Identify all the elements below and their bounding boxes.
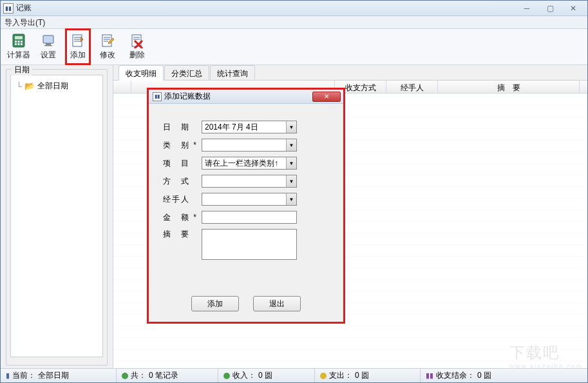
- edit-button[interactable]: 修改: [95, 32, 120, 62]
- handler-label: 经手人: [163, 194, 202, 205]
- project-label: 项 目: [163, 158, 202, 169]
- minimize-button[interactable]: ─: [519, 4, 535, 13]
- menu-import-export[interactable]: 导入导出(T): [5, 18, 45, 27]
- chevron-down-icon[interactable]: ▼: [286, 121, 296, 133]
- maximize-button[interactable]: ▢: [542, 4, 558, 13]
- delete-button[interactable]: 删除: [124, 32, 150, 62]
- col-summary[interactable]: 摘 要: [438, 81, 580, 93]
- tree-item-all-dates[interactable]: └ 📂 全部日期: [15, 79, 99, 93]
- status-count: 共： 0 笔记录: [117, 369, 218, 382]
- edit-icon: [100, 33, 115, 48]
- summary-label: 摘 要: [163, 229, 202, 240]
- status-income: 收入： 0 圆: [218, 369, 315, 382]
- dialog-exit-button[interactable]: 退出: [253, 296, 301, 311]
- calculator-icon: [11, 33, 26, 48]
- project-input[interactable]: [202, 157, 297, 170]
- date-field[interactable]: ▼: [202, 121, 297, 133]
- col-rownum: [113, 81, 131, 93]
- row-amount: 金 额 *: [163, 211, 329, 224]
- svg-rect-10: [44, 45, 52, 46]
- row-summary: 摘 要: [163, 229, 329, 260]
- dialog-body: 日 期 ▼ 类 别 * ▼ 项 目 ▼ 方 式 ▼: [149, 104, 343, 291]
- dot-icon: [223, 373, 230, 379]
- folder-icon: 📂: [24, 81, 35, 91]
- dialog-titlebar: ▮▮ 添加记账数据 ✕: [149, 90, 343, 104]
- close-button[interactable]: ✕: [565, 4, 581, 13]
- date-panel: 日期 └ 📂 全部日期: [6, 69, 108, 366]
- row-method: 方 式 ▼: [163, 175, 329, 188]
- method-field[interactable]: ▼: [202, 175, 297, 188]
- row-date: 日 期 ▼: [163, 121, 329, 133]
- settings-button[interactable]: 设置: [35, 32, 61, 62]
- chevron-down-icon[interactable]: ▼: [286, 157, 296, 169]
- row-category: 类 别 * ▼: [163, 139, 329, 152]
- statusbar: ▮ 当前： 全部日期 共： 0 笔记录 收入： 0 圆 支出： 0 圆 ▮▮ 收…: [1, 368, 587, 382]
- handler-input[interactable]: [202, 193, 297, 206]
- panel-title: 日期: [12, 65, 32, 75]
- window-controls: ─ ▢ ✕: [519, 4, 581, 13]
- svg-rect-1: [15, 36, 23, 39]
- amount-input[interactable]: [202, 211, 297, 224]
- tabs: 收支明细 分类汇总 统计查询: [113, 65, 587, 81]
- row-handler: 经手人 ▼: [163, 193, 329, 206]
- dialog-add-button[interactable]: 添加: [191, 296, 239, 311]
- add-icon: [70, 33, 86, 48]
- svg-rect-9: [46, 43, 51, 45]
- chevron-down-icon[interactable]: ▼: [286, 139, 296, 151]
- svg-rect-5: [15, 43, 17, 45]
- status-current: ▮ 当前： 全部日期: [1, 369, 117, 382]
- dot-icon: [122, 373, 128, 379]
- category-input[interactable]: [202, 139, 297, 152]
- category-label: 类 别 *: [163, 140, 202, 151]
- handler-field[interactable]: ▼: [202, 193, 297, 206]
- dot-icon: [320, 373, 327, 379]
- app-icon: ▮▮: [3, 3, 14, 14]
- status-icon: ▮: [6, 371, 10, 380]
- row-project: 项 目 ▼: [163, 157, 329, 170]
- tree-connector: └: [16, 82, 22, 91]
- svg-rect-2: [15, 41, 17, 43]
- chevron-down-icon[interactable]: ▼: [286, 193, 296, 205]
- calculator-button[interactable]: 计算器: [6, 32, 32, 62]
- tab-stats[interactable]: 统计查询: [210, 65, 255, 80]
- tab-detail[interactable]: 收支明细: [119, 65, 164, 81]
- add-button[interactable]: 添加: [65, 28, 91, 65]
- dialog-title: 添加记账数据: [164, 91, 312, 102]
- svg-rect-7: [21, 43, 23, 45]
- svg-rect-3: [18, 41, 20, 43]
- amount-label: 金 额 *: [163, 212, 202, 223]
- date-input[interactable]: [202, 121, 297, 133]
- chevron-down-icon[interactable]: ▼: [286, 175, 296, 187]
- delete-icon: [129, 33, 145, 48]
- settings-icon: [41, 33, 56, 48]
- toolbar: 计算器 设置 添加 修改 删除: [1, 29, 587, 65]
- titlebar: ▮▮ 记账 ─ ▢ ✕: [1, 1, 587, 16]
- svg-rect-4: [21, 41, 23, 43]
- dialog-buttons: 添加 退出: [149, 291, 343, 322]
- svg-rect-11: [73, 35, 82, 46]
- window-title: 记账: [16, 3, 519, 14]
- project-field[interactable]: ▼: [202, 157, 297, 170]
- status-balance: ▮▮ 收支结余： 0 圆: [421, 369, 587, 382]
- tree-item-label: 全部日期: [37, 81, 68, 92]
- svg-rect-8: [43, 35, 53, 43]
- menubar: 导入导出(T): [1, 16, 587, 29]
- left-panel: 日期 └ 📂 全部日期: [1, 65, 113, 368]
- dialog-icon: ▮▮: [153, 92, 162, 101]
- col-handler[interactable]: 经手人: [386, 81, 438, 93]
- status-expense: 支出： 0 圆: [315, 369, 421, 382]
- method-input[interactable]: [202, 175, 297, 188]
- dialog-close-button[interactable]: ✕: [312, 92, 341, 102]
- method-label: 方 式: [163, 176, 202, 187]
- add-record-dialog: ▮▮ 添加记账数据 ✕ 日 期 ▼ 类 别 * ▼ 项 目 ▼: [147, 88, 345, 324]
- tab-category[interactable]: 分类汇总: [164, 65, 209, 80]
- balance-icon: ▮▮: [426, 371, 433, 380]
- svg-rect-6: [18, 43, 20, 45]
- date-tree: └ 📂 全部日期: [10, 75, 103, 357]
- category-field[interactable]: ▼: [202, 139, 297, 152]
- summary-input[interactable]: [202, 229, 297, 260]
- date-label: 日 期: [163, 122, 202, 133]
